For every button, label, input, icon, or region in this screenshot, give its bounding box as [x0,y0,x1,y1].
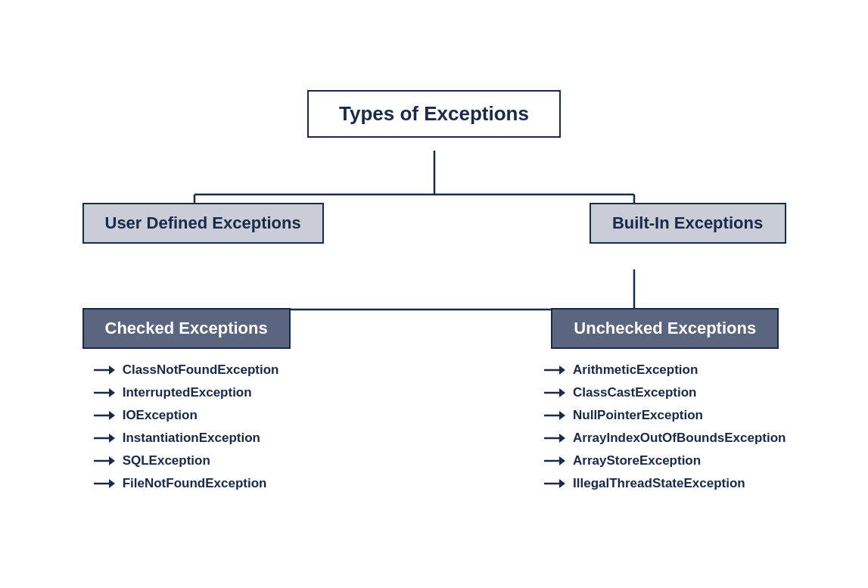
list-item: ArrayIndexOutOfBoundsException [544,431,786,446]
unchecked-node: Unchecked Exceptions [551,308,779,349]
checked-col: Checked Exceptions ClassNotFoundExceptio… [82,308,291,499]
svg-marker-25 [559,366,565,375]
exception-name: IOException [123,408,198,423]
builtin-col: Built-In Exceptions [590,203,786,244]
svg-marker-31 [559,434,565,443]
unchecked-col: Unchecked Exceptions ArithmeticException… [544,308,786,499]
list-item: ClassNotFoundException [94,362,279,378]
list-item: InterruptedException [94,385,279,400]
svg-marker-27 [559,388,565,397]
checked-node: Checked Exceptions [82,308,291,349]
exception-name: ClassCastException [573,385,696,400]
diagram: Types of Exceptions User Defined Excepti… [18,75,851,514]
svg-marker-13 [109,366,115,375]
user-defined-node: User Defined Exceptions [82,203,324,244]
list-item: IllegalThreadStateException [544,476,786,491]
svg-marker-19 [109,434,115,443]
svg-marker-29 [559,411,565,420]
exception-name: ClassNotFoundException [123,362,279,378]
svg-marker-35 [559,479,565,488]
exception-name: ArithmeticException [573,362,698,378]
svg-marker-23 [109,479,115,488]
list-item: InstantiationException [94,431,279,446]
list-item: SQLException [94,453,279,468]
svg-marker-15 [109,388,115,397]
list-item: ClassCastException [544,385,786,400]
list-item: FileNotFoundException [94,476,279,491]
svg-marker-21 [109,456,115,465]
exception-name: ArrayStoreException [573,453,701,468]
checked-list: ClassNotFoundException InterruptedExcept… [94,362,279,499]
svg-marker-17 [109,411,115,420]
list-item: IOException [94,408,279,423]
list-item: ArithmeticException [544,362,786,378]
svg-marker-33 [559,456,565,465]
builtin-node: Built-In Exceptions [590,203,786,244]
list-item: NullPointerException [544,408,786,423]
list-item: ArrayStoreException [544,453,786,468]
exception-name: InterruptedException [123,385,252,400]
exception-name: IllegalThreadStateException [573,476,745,491]
unchecked-list: ArithmeticException ClassCastException N… [544,362,786,499]
exception-name: ArrayIndexOutOfBoundsException [573,431,786,446]
exception-name: NullPointerException [573,408,703,423]
user-defined-col: User Defined Exceptions [82,203,324,244]
exception-name: InstantiationException [123,431,260,446]
root-node: Types of Exceptions [307,90,561,138]
exception-name: FileNotFoundException [123,476,267,491]
exception-name: SQLException [123,453,210,468]
